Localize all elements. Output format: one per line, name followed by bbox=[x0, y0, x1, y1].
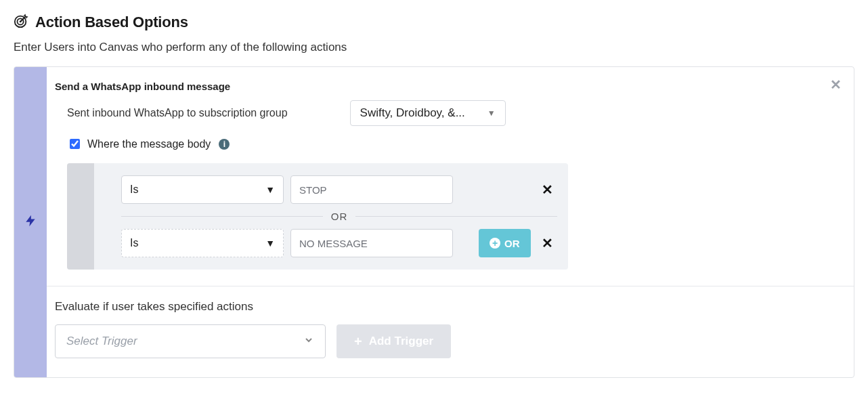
plus-icon: + bbox=[354, 335, 362, 348]
info-icon[interactable]: i bbox=[219, 139, 230, 150]
accent-bar bbox=[14, 67, 47, 377]
operator-value: Is bbox=[130, 237, 138, 249]
subscription-group-select[interactable]: Swifty, Droidboy, &... ▼ bbox=[350, 100, 506, 126]
card-title: Send a WhatsApp inbound message bbox=[55, 81, 839, 92]
add-trigger-label: Add Trigger bbox=[369, 335, 433, 348]
chevron-down-icon bbox=[303, 335, 314, 349]
condition-row: Is ▼ ✕ bbox=[121, 175, 557, 204]
plus-circle-icon: + bbox=[490, 238, 500, 249]
where-body-checkbox[interactable] bbox=[70, 139, 80, 149]
filter-block: Is ▼ ✕ OR Is ▼ bbox=[67, 163, 568, 270]
caret-down-icon: ▼ bbox=[487, 108, 496, 118]
page-subtitle: Enter Users into Canvas who perform any … bbox=[14, 41, 854, 54]
subscription-label: Sent inbound WhatsApp to subscription gr… bbox=[55, 107, 288, 119]
filter-drag-handle[interactable] bbox=[67, 163, 94, 270]
caret-down-icon: ▼ bbox=[265, 184, 275, 195]
bolt-icon bbox=[24, 212, 37, 232]
operator-value: Is bbox=[130, 184, 138, 196]
caret-down-icon: ▼ bbox=[265, 238, 275, 249]
target-icon bbox=[14, 14, 28, 31]
action-panel: ✕ Send a WhatsApp inbound message Sent i… bbox=[14, 66, 854, 378]
evaluate-label: Evaluate if user takes specified actions bbox=[55, 300, 839, 314]
page-title: Action Based Options bbox=[35, 14, 188, 31]
operator-select-1[interactable]: Is ▼ bbox=[121, 229, 284, 257]
operator-select-0[interactable]: Is ▼ bbox=[121, 175, 284, 204]
trigger-select[interactable]: Select Trigger bbox=[55, 324, 326, 358]
where-body-label: Where the message body bbox=[87, 138, 211, 150]
close-card-button[interactable]: ✕ bbox=[830, 77, 842, 93]
or-button-label: OR bbox=[504, 238, 520, 249]
add-or-condition-button[interactable]: + OR bbox=[479, 229, 531, 257]
condition-row: Is ▼ + OR ✕ bbox=[121, 229, 557, 257]
condition-value-input-0[interactable] bbox=[290, 175, 453, 204]
or-divider-label: OR bbox=[331, 211, 348, 222]
remove-condition-button-0[interactable]: ✕ bbox=[542, 182, 557, 198]
add-trigger-button[interactable]: + Add Trigger bbox=[337, 324, 451, 358]
remove-condition-button-1[interactable]: ✕ bbox=[542, 235, 557, 251]
condition-value-input-1[interactable] bbox=[290, 229, 453, 257]
or-divider: OR bbox=[121, 211, 557, 222]
trigger-placeholder: Select Trigger bbox=[66, 335, 137, 348]
subscription-group-value: Swifty, Droidboy, &... bbox=[360, 106, 465, 120]
